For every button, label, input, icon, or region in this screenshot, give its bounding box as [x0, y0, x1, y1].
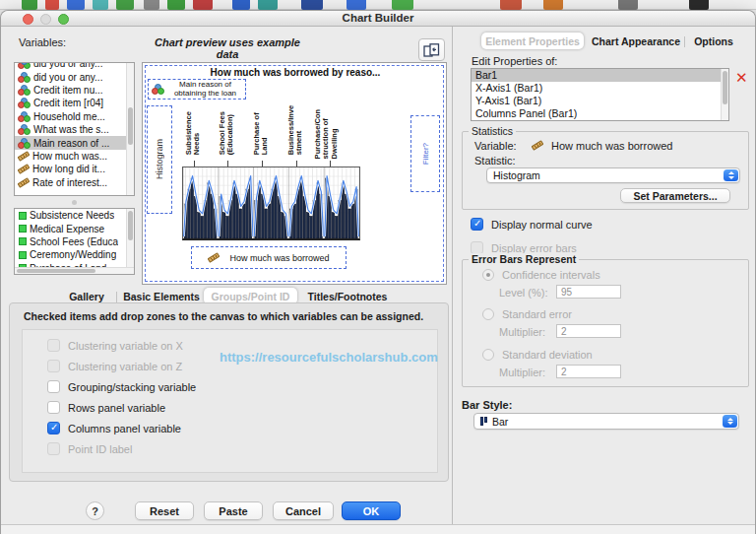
tab-chart-appearance[interactable]: Chart Appearance: [590, 35, 682, 47]
categories-hscrollbar[interactable]: [15, 267, 134, 274]
ok-button[interactable]: OK: [342, 501, 401, 520]
bar-style-dropdown[interactable]: Bar: [473, 413, 739, 430]
tab-basic-elements[interactable]: Basic Elements: [121, 291, 202, 302]
nominal-icon: [18, 72, 31, 83]
nominal-icon: [18, 62, 31, 69]
delete-element-button[interactable]: ✕: [735, 70, 748, 85]
variable-item[interactable]: How much was...: [15, 150, 134, 163]
variable-item[interactable]: What was the s...: [15, 123, 134, 136]
checkbox-checked-icon[interactable]: [47, 422, 60, 434]
standard-error-radio: Standard error: [482, 308, 572, 320]
categories-list[interactable]: Subsistence Needs Medical Expense School…: [14, 208, 135, 275]
checkbox-icon: [47, 339, 60, 352]
panel-label: Subsistence Needs: [185, 98, 202, 155]
watermark: https://resourcefulscholarshub.com: [220, 350, 438, 365]
move-chart-button[interactable]: [418, 38, 445, 61]
checkbox-icon[interactable]: [47, 401, 60, 414]
category-icon: [19, 225, 27, 233]
variable-item[interactable]: did you or any...: [15, 70, 134, 83]
category-item[interactable]: Ceremony/Wedding: [15, 248, 134, 261]
tab-separator: [116, 292, 117, 302]
panel-label: Business/Inve stment: [287, 98, 304, 155]
list-splitter[interactable]: [72, 200, 77, 205]
variable-item-selected[interactable]: Main reason of ...: [15, 136, 134, 149]
cancel-button[interactable]: Cancel: [273, 501, 334, 520]
tab-gallery[interactable]: Gallery: [62, 291, 111, 302]
dropdown-stepper-icon: [724, 169, 738, 181]
groups-point-id-panel: Checked items add drop zones to the canv…: [9, 302, 449, 482]
scale-icon: [532, 140, 544, 151]
category-item[interactable]: Subsistence Needs: [15, 209, 134, 222]
reset-button[interactable]: Reset: [135, 501, 194, 520]
property-item-x-axis[interactable]: X-Axis1 (Bar1): [472, 82, 728, 95]
filter-drop-zone[interactable]: Filter?: [410, 115, 440, 192]
paste-button[interactable]: Paste: [204, 501, 263, 520]
nominal-icon: [18, 138, 31, 149]
x-axis-drop-zone[interactable]: How much was borrowed: [191, 246, 346, 269]
dialog-titlebar[interactable]: Chart Builder: [1, 11, 755, 27]
scale-icon: [18, 151, 31, 162]
edit-properties-list[interactable]: Bar1 X-Axis1 (Bar1) Y-Axis1 (Bar1) Colum…: [471, 68, 729, 121]
standard-deviation-radio: Standard deviation: [482, 349, 593, 361]
variables-list[interactable]: did you or any... did you or any... Cred…: [14, 62, 135, 196]
toolbar-icon-fragment: [689, 0, 709, 10]
y-axis-drop-zone[interactable]: Histogram: [147, 105, 172, 214]
tab-titles-footnotes[interactable]: Titles/Footnotes: [302, 291, 393, 302]
categories-vscrollbar[interactable]: [126, 209, 134, 267]
columns-panel-drop-zone[interactable]: Main reason of obtaining the loan: [148, 79, 246, 100]
display-normal-curve[interactable]: Display normal curve: [471, 218, 593, 231]
toolbar-icon-fragment: [618, 0, 638, 10]
variables-scrollbar[interactable]: [126, 63, 134, 195]
toolbar-icon-fragment: [22, 0, 37, 10]
toolbar-icon-fragment: [93, 0, 108, 10]
property-item-bar1[interactable]: Bar1: [472, 69, 728, 82]
checkbox-checked-icon[interactable]: [471, 218, 483, 231]
edit-properties-label: Edit Properties of:: [472, 55, 557, 67]
nominal-icon: [152, 84, 164, 95]
chart-preview-canvas[interactable]: How much was borrowed by reaso... Main r…: [142, 62, 447, 285]
property-item-columns-panel[interactable]: Columns Panel (Bar1): [472, 107, 728, 120]
option-grouping-stacking[interactable]: Grouping/stacking variable: [47, 380, 196, 393]
toolbar-icon-fragment: [116, 0, 134, 10]
panel-label: Purchase of Land: [253, 98, 270, 155]
checkbox-icon[interactable]: [47, 380, 60, 393]
option-columns-panel[interactable]: Columns panel variable: [47, 422, 181, 434]
variable-item[interactable]: How long did it...: [15, 163, 134, 175]
radio-icon: [482, 308, 494, 320]
nominal-icon: [18, 98, 31, 108]
panel-description: Checked items add drop zones to the canv…: [24, 310, 423, 322]
background-app-toolbar: [0, 0, 756, 10]
checkbox-icon: [47, 442, 60, 455]
variable-item[interactable]: Rate of interest...: [15, 176, 134, 189]
option-clustering-z: Clustering variable on Z: [47, 360, 182, 372]
variable-item[interactable]: Credit item [r04]: [15, 97, 134, 109]
toolbar-icon-fragment: [232, 0, 250, 10]
sd-multiplier-input: [556, 365, 621, 378]
property-item-y-axis[interactable]: Y-Axis1 (Bar1): [472, 95, 728, 107]
bar-style-label: Bar Style:: [462, 399, 512, 411]
category-icon: [19, 212, 27, 220]
variable-item[interactable]: Household me...: [15, 110, 134, 123]
category-item[interactable]: Medical Expense: [15, 222, 134, 234]
option-rows-panel[interactable]: Rows panel variable: [47, 401, 165, 414]
tab-options[interactable]: Options: [690, 35, 737, 47]
statistic-dropdown[interactable]: Histogram: [486, 167, 740, 183]
tab-element-properties[interactable]: Element Properties: [481, 33, 584, 49]
toolbar-icon-fragment: [500, 0, 522, 10]
tab-separator: [684, 36, 685, 47]
toolbar-icon-fragment: [346, 0, 366, 10]
set-parameters-button[interactable]: Set Parameters...: [620, 188, 730, 203]
radio-icon: [482, 349, 494, 361]
level-label: Level (%):: [499, 287, 548, 299]
toolbar-icon-fragment: [392, 0, 413, 10]
category-item[interactable]: School Fees (Educa: [15, 235, 134, 248]
histogram-bars: [183, 167, 359, 238]
nominal-icon: [18, 85, 31, 96]
variable-item[interactable]: did you or any...: [15, 62, 134, 70]
variable-item[interactable]: Credit item nu...: [15, 84, 134, 97]
histogram-plot[interactable]: [182, 167, 360, 240]
help-button[interactable]: ?: [86, 501, 104, 520]
confidence-intervals-radio: Confidence intervals: [482, 269, 600, 281]
nominal-icon: [18, 124, 31, 135]
properties-scrollbar[interactable]: [721, 69, 728, 120]
